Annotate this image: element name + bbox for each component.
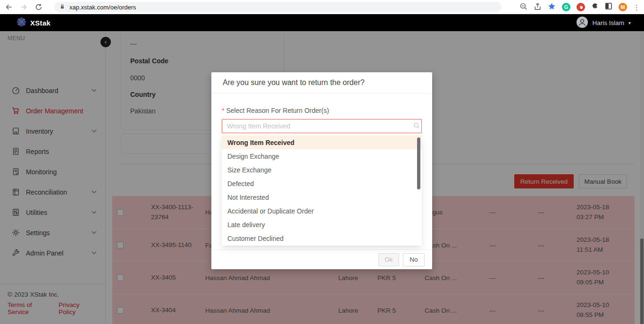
chevron-down-icon: ▾: [628, 20, 631, 26]
reason-option-customer-declined[interactable]: Customer Declined: [222, 231, 422, 245]
reason-option-size-exchange[interactable]: Size Exchange: [222, 163, 422, 177]
user-avatar-icon: [577, 17, 588, 29]
screen: xap.xstak.com/oe/orders G M ⋮: [0, 0, 644, 324]
ok-button[interactable]: Ok: [378, 253, 399, 266]
reason-option-design-exchange[interactable]: Design Exchange: [222, 149, 422, 163]
lock-icon[interactable]: [59, 3, 66, 11]
url-text: xap.xstak.com/oe/orders: [69, 4, 136, 11]
no-button[interactable]: No: [403, 253, 425, 266]
reason-dropdown: Wrong Item ReceivedDesign ExchangeSize E…: [222, 136, 422, 246]
dropdown-scrollbar-thumb[interactable]: [417, 137, 420, 189]
back-icon[interactable]: [5, 3, 13, 11]
bookmark-star-icon[interactable]: [548, 2, 556, 12]
reason-select-input[interactable]: [222, 119, 422, 133]
reason-label: *Select Reason For Return Order(s): [222, 107, 329, 114]
reason-option-wrong-item-received[interactable]: Wrong Item Received: [222, 136, 422, 149]
user-name: Haris Islam: [592, 19, 624, 26]
xstak-logo-icon: [16, 17, 27, 29]
app-header: XStak Haris Islam ▾: [0, 14, 644, 31]
extension-puzzle-icon[interactable]: [591, 2, 599, 12]
browser-chrome: xap.xstak.com/oe/orders G M ⋮: [0, 0, 644, 14]
grammarly-icon[interactable]: G: [562, 3, 570, 11]
reason-option-accidental-or-duplicate-order[interactable]: Accidental or Duplicate Order: [222, 204, 422, 218]
user-menu[interactable]: Haris Islam ▾: [577, 14, 631, 31]
kebab-menu-icon[interactable]: ⋮: [633, 4, 640, 11]
reason-option-defected[interactable]: Defected: [222, 177, 422, 190]
required-mark: *: [222, 107, 224, 114]
modal-title: Are you sure you want to return the orde…: [211, 72, 432, 94]
brand-name: XStak: [30, 19, 50, 27]
brand: XStak: [16, 14, 50, 31]
blocker-hand-icon[interactable]: [577, 3, 585, 11]
return-order-modal: Are you sure you want to return the orde…: [211, 72, 432, 269]
zoom-icon[interactable]: [519, 2, 527, 12]
profile-avatar-icon[interactable]: M: [619, 3, 627, 11]
address-bar[interactable]: xap.xstak.com/oe/orders: [54, 2, 502, 12]
forward-icon[interactable]: [20, 3, 28, 11]
reason-option-not-interested[interactable]: Not Interested: [222, 190, 422, 204]
modal-footer: Ok No: [211, 249, 432, 269]
darkmode-icon[interactable]: [605, 2, 612, 12]
reason-option-late-delivery[interactable]: Late delivery: [222, 218, 422, 231]
share-icon[interactable]: [534, 2, 542, 12]
reload-icon[interactable]: [35, 3, 42, 11]
search-icon: [413, 122, 420, 131]
